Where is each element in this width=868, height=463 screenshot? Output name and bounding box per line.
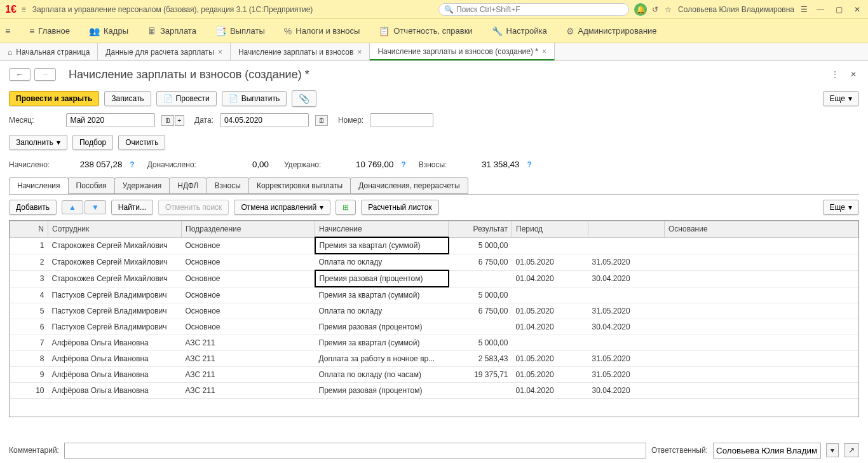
nav-Администрирование[interactable]: ⚙Администрирование: [566, 26, 657, 36]
tab-close-icon[interactable]: ×: [542, 47, 546, 56]
cell-n: 2: [10, 254, 48, 270]
table-row[interactable]: 5 Пастухов Сергей Владимирович Основное …: [10, 303, 858, 319]
payout-button[interactable]: 📄Выплатить: [222, 91, 287, 106]
nav-icon: 🔧: [492, 26, 503, 36]
more-button[interactable]: Еще ▾: [823, 91, 859, 106]
nav-label: Налоги и взносы: [295, 26, 360, 36]
col-per-end[interactable]: [588, 221, 665, 238]
nav-Выплаты[interactable]: 📑Выплаты: [215, 26, 265, 36]
table-row[interactable]: 6 Пастухов Сергей Владимирович Основное …: [10, 319, 858, 335]
col-acc[interactable]: Начисление: [315, 221, 449, 238]
subtabs: НачисленияПособияУдержанияНДФЛВзносыКорр…: [0, 175, 868, 195]
attach-button[interactable]: 📎: [292, 90, 316, 107]
tab[interactable]: Данные для расчета зарплаты×: [98, 43, 231, 60]
nav-icon: 📑: [215, 26, 226, 36]
month-input[interactable]: [66, 113, 155, 127]
nav-Отчетность, справки[interactable]: 📋Отчетность, справки: [379, 26, 472, 36]
history-icon[interactable]: ↺: [652, 5, 658, 14]
move-up-button[interactable]: ▲: [62, 200, 83, 214]
hamburger-icon[interactable]: ≡: [22, 5, 26, 14]
nav-Кадры[interactable]: 👥Кадры: [89, 26, 128, 36]
table-row[interactable]: 8 Алфёрова Ольга Ивановна АЗС 211 Доплат…: [10, 351, 858, 367]
nav-Настройка[interactable]: 🔧Настройка: [492, 26, 547, 36]
table-row[interactable]: 4 Пастухов Сергей Владимирович Основное …: [10, 287, 858, 303]
clear-button[interactable]: Очистить: [118, 135, 165, 150]
table-wrap[interactable]: N Сотрудник Подразделение Начисление Рез…: [9, 220, 859, 417]
table-row[interactable]: 2 Старокожев Сергей Михайлович Основное …: [10, 254, 858, 270]
fill-button[interactable]: Заполнить ▾: [9, 135, 67, 150]
comment-input[interactable]: [64, 443, 646, 459]
star-icon[interactable]: ☆: [665, 5, 672, 14]
col-per[interactable]: Период: [512, 221, 588, 238]
find-button[interactable]: Найти...: [111, 200, 153, 215]
post-button[interactable]: 📄Провести: [156, 91, 217, 106]
payslip-button[interactable]: Расчетный листок: [361, 200, 438, 215]
table-row[interactable]: 3 Старокожев Сергей Михайлович Основное …: [10, 270, 858, 287]
close-icon[interactable]: ✕: [851, 5, 863, 14]
cell-period-end: 30.04.2020: [588, 270, 665, 287]
number-input[interactable]: [370, 113, 433, 127]
titlebar: 1€ ≡ Зарплата и управление персоналом (б…: [0, 0, 868, 19]
forward-button[interactable]: →: [34, 68, 56, 81]
bell-icon[interactable]: 🔔: [634, 3, 647, 16]
maximize-icon[interactable]: ▢: [833, 5, 845, 14]
tab-close-icon[interactable]: ×: [357, 48, 362, 57]
search-box[interactable]: 🔍: [438, 3, 629, 16]
tab[interactable]: ⌂Начальная страница: [0, 43, 98, 60]
subtab[interactable]: НДФЛ: [169, 177, 207, 194]
col-dep[interactable]: Подразделение: [182, 221, 315, 238]
write-button[interactable]: Записать: [104, 91, 151, 106]
addl-value: [201, 158, 271, 171]
subtab[interactable]: Корректировки выплаты: [248, 177, 351, 194]
filter-icon[interactable]: ☰: [801, 5, 808, 14]
table-row[interactable]: 7 Алфёрова Ольга Ивановна АЗС 211 Премия…: [10, 335, 858, 351]
col-basis[interactable]: Основание: [665, 221, 858, 238]
help-accrued-icon[interactable]: ?: [130, 160, 134, 169]
kebab-icon[interactable]: ⋮: [829, 67, 841, 81]
col-res[interactable]: Результат: [449, 221, 512, 238]
tab[interactable]: Начисление зарплаты и взносов (создание)…: [370, 43, 554, 60]
subtab[interactable]: Удержания: [114, 177, 170, 194]
col-emp[interactable]: Сотрудник: [48, 221, 182, 238]
nav-Главное[interactable]: ≡Главное: [29, 26, 70, 36]
col-n[interactable]: N: [10, 221, 48, 238]
help-contrib-icon[interactable]: ?: [527, 160, 531, 169]
subtab[interactable]: Пособия: [68, 177, 115, 194]
resp-open-icon[interactable]: ↗: [844, 443, 859, 457]
contrib-label: Взносы:: [419, 160, 447, 169]
table-row[interactable]: 1 Старокожев Сергей Михайлович Основное …: [10, 237, 858, 254]
subtab[interactable]: Взносы: [206, 177, 248, 194]
move-down-button[interactable]: ▼: [85, 200, 106, 214]
month-spinner-icon[interactable]: ÷: [175, 115, 185, 126]
select-button[interactable]: Подбор: [72, 135, 113, 150]
post-close-button[interactable]: Провести и закрыть: [9, 91, 99, 106]
close-page-icon[interactable]: ✕: [848, 67, 859, 81]
nav-Налоги и взносы[interactable]: %Налоги и взносы: [284, 26, 360, 36]
table-row[interactable]: 10 Алфёрова Ольга Ивановна АЗС 211 Преми…: [10, 383, 858, 399]
table-more-button[interactable]: Еще ▾: [823, 200, 859, 215]
date-input[interactable]: [220, 113, 309, 127]
nav-Зарплата[interactable]: 🖩Зарплата: [147, 26, 196, 36]
cell-period-start: 01.05.2020: [512, 351, 588, 367]
cell-period-end: 31.05.2020: [588, 367, 665, 383]
month-picker-icon[interactable]: 🗓: [161, 115, 174, 126]
resp-dropdown-icon[interactable]: ▾: [826, 443, 839, 457]
subtab[interactable]: Начисления: [9, 177, 69, 194]
subtab[interactable]: Доначисления, перерасчеты: [350, 177, 468, 194]
cell-period-start: 01.04.2020: [512, 270, 588, 287]
cell-res: [449, 383, 512, 399]
tab[interactable]: Начисление зарплаты и взносов×: [231, 43, 370, 60]
add-button[interactable]: Добавить: [9, 200, 57, 215]
date-picker-icon[interactable]: 🗓: [315, 115, 328, 126]
menu-icon[interactable]: ≡: [5, 26, 10, 36]
tab-close-icon[interactable]: ×: [218, 48, 222, 57]
resp-input[interactable]: [713, 443, 821, 459]
search-input[interactable]: [456, 5, 623, 14]
help-withheld-icon[interactable]: ?: [401, 160, 405, 169]
titlebar-right: ↺ ☆ Соловьева Юлия Владимировна ☰ — ▢ ✕: [652, 5, 863, 14]
minimize-icon[interactable]: —: [814, 5, 827, 14]
back-button[interactable]: ←: [9, 68, 31, 81]
cancel-fix-button[interactable]: Отмена исправлений ▾: [234, 200, 330, 215]
show-details-button[interactable]: ⊞: [336, 200, 356, 215]
table-row[interactable]: 9 Алфёрова Ольга Ивановна АЗС 211 Оплата…: [10, 367, 858, 383]
